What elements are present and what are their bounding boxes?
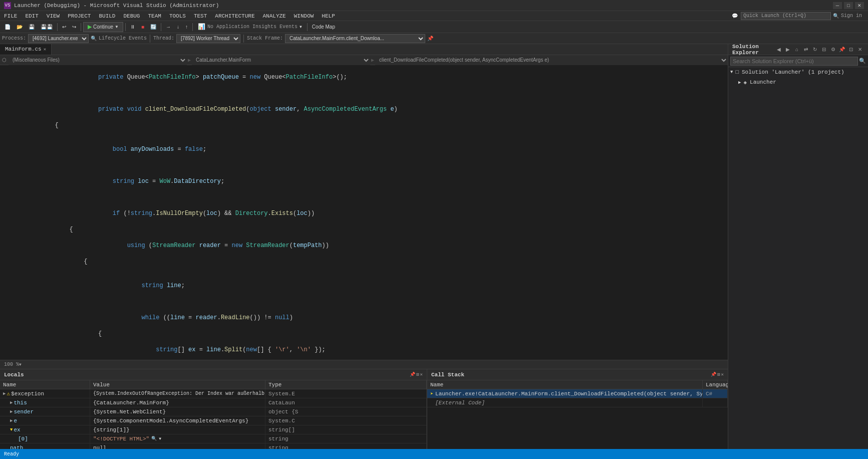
minimize-button[interactable]: ─ — [833, 2, 842, 9]
dropdown-value-icon[interactable]: ▼ — [159, 436, 161, 441]
project-expand-icon[interactable]: ▶ — [738, 80, 741, 85]
locals-value-path: null — [90, 443, 265, 449]
se-nav-back[interactable]: ◀ — [775, 46, 783, 54]
menu-team[interactable]: TEAM — [144, 11, 165, 21]
menu-view[interactable]: VIEW — [43, 11, 64, 21]
solution-search-input[interactable] — [730, 57, 858, 66]
menu-test[interactable]: TEST — [190, 11, 211, 21]
step-into-button[interactable]: ↓ — [174, 22, 182, 32]
undo-button[interactable]: ↩ — [60, 22, 69, 32]
se-nav-forward[interactable]: ▶ — [784, 46, 792, 54]
se-pin[interactable]: 📌 — [838, 46, 846, 54]
process-dropdown[interactable]: [4692] Launcher.exe — [28, 34, 89, 43]
locals-row-exception[interactable]: ▶ ⚠ $exception {System.IndexOutOfRangeEx… — [0, 389, 427, 398]
expand-icon[interactable]: ▼ — [10, 427, 13, 432]
method-dropdown2[interactable]: CataLauncher.MainForm — [192, 55, 370, 65]
thread-dropdown[interactable]: [7892] Worker Thread — [176, 34, 240, 43]
tree-project[interactable]: ▶ ◈ Launcher — [728, 77, 868, 87]
solution-search-box[interactable]: 🔍 — [728, 55, 868, 67]
maximize-button[interactable]: □ — [844, 2, 853, 9]
locals-row-path[interactable]: path null string — [0, 443, 427, 449]
locals-name-this: ▶ this — [0, 398, 90, 407]
callstack-float-icon[interactable]: ⊡ — [717, 372, 720, 377]
continue-button[interactable]: ▶ Continue ▼ — [83, 22, 123, 32]
expand-icon[interactable]: ▶ — [10, 418, 13, 423]
callstack-row-current[interactable]: ➤ Launcher.exe!CataLauncher.MainForm.cli… — [427, 389, 728, 398]
new-project-button[interactable]: 📄 — [2, 22, 13, 32]
solution-explorer-controls[interactable]: ◀ ▶ ⌂ ⇄ ↻ ⊟ ⚙ 📌 ⊡ ✕ — [775, 46, 864, 54]
save-button[interactable]: 💾 — [26, 22, 37, 32]
se-collapse[interactable]: ⊟ — [820, 46, 828, 54]
stack-pin-icon[interactable]: 📌 — [427, 36, 433, 42]
stack-frame-dropdown[interactable]: CataLauncher.MainForm.client_Downloa... — [285, 34, 425, 43]
locals-name-ex0: [0] — [0, 434, 90, 443]
locals-row-e[interactable]: ▶ e {System.ComponentModel.AsyncComplete… — [0, 416, 427, 425]
menu-file[interactable]: FILE — [0, 11, 21, 21]
search-icon[interactable]: 🔍 — [859, 58, 866, 64]
redo-button[interactable]: ↪ — [70, 22, 79, 32]
toolbar-sep1 — [57, 23, 58, 31]
open-button[interactable]: 📂 — [14, 22, 25, 32]
class-dropdown[interactable]: (Miscellaneous Files) — [9, 55, 187, 65]
expand-icon[interactable]: ▶ — [10, 409, 13, 414]
step-over-button[interactable]: → — [163, 22, 173, 32]
menu-architecture[interactable]: ARCHITECTURE — [211, 11, 258, 21]
locals-name-ex: ▼ ex — [0, 425, 90, 434]
code-line — [0, 266, 728, 274]
save-all-button[interactable]: 💾💾 — [38, 22, 55, 32]
menu-debug[interactable]: DEBUG — [119, 11, 144, 21]
locals-float-icon[interactable]: ⊡ — [416, 372, 419, 377]
se-float[interactable]: ⊡ — [847, 46, 855, 54]
zoom-level[interactable]: 100 % — [4, 362, 19, 367]
se-refresh[interactable]: ↻ — [811, 46, 819, 54]
code-editor[interactable]: private Queue<PatchFileInfo> patchQueue … — [0, 65, 728, 360]
se-properties[interactable]: ⚙ — [829, 46, 837, 54]
locals-close-icon[interactable]: ✕ — [420, 372, 423, 377]
method-dropdown3[interactable]: client_DownloadFileCompleted(object send… — [375, 55, 728, 65]
callstack-pin-icon[interactable]: 📌 — [711, 372, 716, 377]
restart-button[interactable]: 🔄 — [148, 22, 159, 32]
menu-window[interactable]: WINDOW — [290, 11, 318, 21]
se-home[interactable]: ⌂ — [793, 46, 801, 54]
locals-row-this[interactable]: ▶ this {CataLauncher.MainForm} CataLaun — [0, 398, 427, 407]
expand-icon[interactable]: ▶ — [3, 391, 6, 396]
locals-row-sender[interactable]: ▶ sender {System.Net.WebClient} object {… — [0, 407, 427, 416]
callstack-row-external[interactable]: [External Code] — [427, 398, 728, 407]
quick-launch-box[interactable]: Quick Launch (Ctrl+Q) — [741, 12, 831, 20]
code-map-button[interactable]: Code Map — [310, 22, 338, 32]
menu-help[interactable]: HELP — [318, 11, 339, 21]
code-line — [0, 89, 728, 97]
se-sync[interactable]: ⇄ — [802, 46, 810, 54]
locals-controls[interactable]: 📌 ⊡ ✕ — [410, 372, 423, 377]
menu-analyze[interactable]: ANALYZE — [259, 11, 290, 21]
expand-icon[interactable]: ▶ — [10, 400, 13, 405]
signin-label[interactable]: Sign in — [841, 13, 862, 19]
tree-solution[interactable]: ▼ □ Solution 'Launcher' (1 project) — [728, 67, 868, 77]
zoom-dropdown[interactable]: ▼ — [19, 362, 22, 367]
callstack-controls[interactable]: 📌 ⊡ ✕ — [711, 372, 724, 377]
step-out-button[interactable]: ↑ — [183, 22, 190, 32]
search-value-icon[interactable]: 🔍 — [151, 436, 157, 441]
window-controls[interactable]: ─ □ ✕ — [833, 2, 864, 9]
locals-table-body[interactable]: ▶ ⚠ $exception {System.IndexOutOfRangeEx… — [0, 389, 427, 449]
filter-icon[interactable]: 🔍 — [91, 36, 97, 42]
callstack-close-icon[interactable]: ✕ — [721, 372, 724, 377]
locals-row-ex0[interactable]: [0] "<!DOCTYPE HTML>" 🔍 ▼ string — [0, 434, 427, 443]
callstack-table-body[interactable]: ➤ Launcher.exe!CataLauncher.MainForm.cli… — [427, 389, 728, 449]
menu-edit[interactable]: EDIT — [21, 11, 42, 21]
locals-pin-icon[interactable]: 📌 — [410, 372, 415, 377]
menu-project[interactable]: PROJECT — [64, 11, 95, 21]
stop-debug-button[interactable]: ■ — [139, 22, 147, 32]
solution-expand-icon[interactable]: ▼ — [730, 70, 733, 75]
menu-tools[interactable]: TOOLS — [165, 11, 190, 21]
menu-build[interactable]: BUILD — [95, 11, 119, 21]
break-all-button[interactable]: ⏸ — [128, 22, 138, 32]
se-close[interactable]: ✕ — [856, 46, 864, 54]
toolbar-sep5 — [192, 23, 193, 31]
app-insights-dropdown[interactable]: ▼ — [300, 25, 302, 29]
close-button[interactable]: ✕ — [855, 2, 864, 9]
locals-type-path: string — [265, 443, 427, 449]
locals-row-ex[interactable]: ▼ ex {string[1]} string[] — [0, 425, 427, 434]
editor-tab-mainform[interactable]: MainForm.cs ✕ — [0, 44, 52, 55]
tab-close-mainform[interactable]: ✕ — [44, 47, 46, 52]
